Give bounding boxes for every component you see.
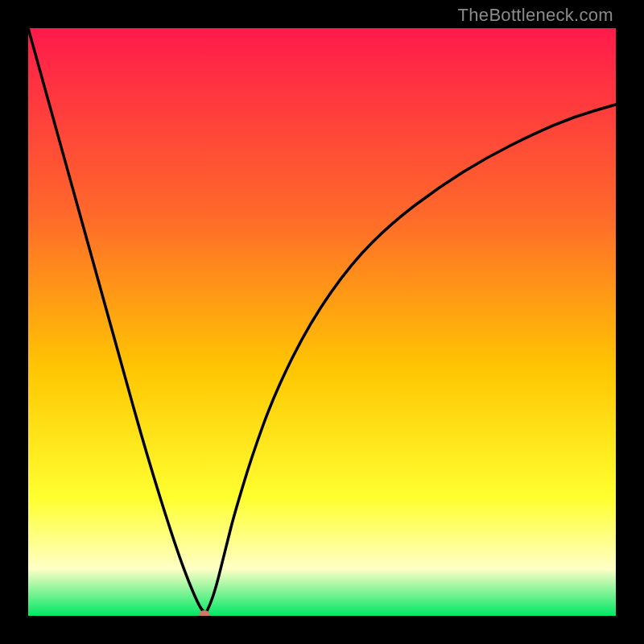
bottleneck-curve (28, 28, 616, 612)
chart-frame: TheBottleneck.com (0, 0, 644, 644)
watermark-text: TheBottleneck.com (458, 5, 613, 26)
curve-layer (28, 28, 616, 616)
plot-area (28, 28, 616, 616)
